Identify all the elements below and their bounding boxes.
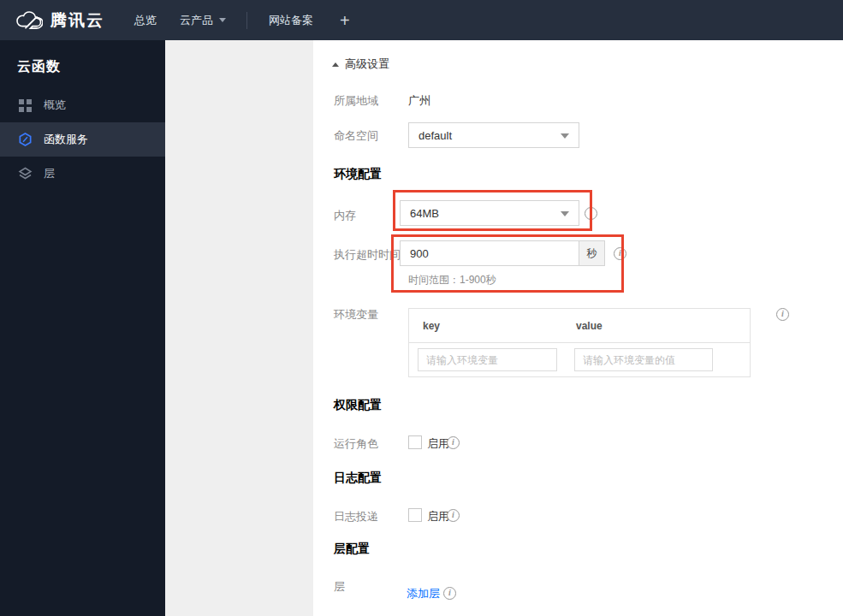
tencent-cloud-logo[interactable]: 腾讯云 xyxy=(15,9,104,32)
env-key-input[interactable] xyxy=(418,348,557,371)
timeout-label: 执行超时时间 xyxy=(334,247,401,263)
env-vars-input-row xyxy=(409,343,750,376)
chevron-down-icon xyxy=(219,18,226,22)
cloud-logo-icon xyxy=(15,11,43,30)
timeout-unit-addon[interactable]: 秒 xyxy=(579,240,605,266)
section-log-config: 日志配置 xyxy=(334,471,382,486)
log-delivery-info-icon[interactable]: i xyxy=(447,509,460,522)
env-vars-info-icon[interactable]: i xyxy=(776,308,789,321)
nav-divider xyxy=(246,12,247,29)
log-delivery-label: 日志投递 xyxy=(334,509,378,524)
sidebar-item-label: 概览 xyxy=(44,98,66,113)
advanced-settings-toggle[interactable]: 高级设置 xyxy=(332,56,389,72)
namespace-label: 命名空间 xyxy=(334,128,378,144)
function-config-panel: 高级设置 所属地域 广州 命名空间 default 环境配置 内存 64MB i… xyxy=(313,40,843,616)
region-value: 广州 xyxy=(408,93,430,109)
section-env-config: 环境配置 xyxy=(334,167,382,182)
sidebar: 云函数 概览 函数服务 层 xyxy=(0,40,165,616)
memory-selected-value: 64MB xyxy=(410,207,439,220)
nav-item-icp-filing[interactable]: 网站备案 xyxy=(269,13,313,28)
region-label: 所属地域 xyxy=(334,93,378,109)
layer-info-icon[interactable]: i xyxy=(443,587,456,600)
sidebar-item-overview[interactable]: 概览 xyxy=(0,88,165,122)
top-nav: 腾讯云 总览 云产品 网站备案 + xyxy=(0,0,843,40)
add-layer-link[interactable]: 添加层 xyxy=(407,586,440,601)
timeout-info-icon[interactable]: i xyxy=(614,247,626,260)
nav-item-overview[interactable]: 总览 xyxy=(134,13,157,28)
select-caret-icon xyxy=(561,133,569,139)
memory-info-icon[interactable]: i xyxy=(585,207,597,220)
timeout-input[interactable] xyxy=(400,240,579,266)
log-delivery-enable-label: 启用 xyxy=(427,509,449,524)
run-role-info-icon[interactable]: i xyxy=(447,436,460,449)
run-role-checkbox[interactable] xyxy=(408,435,422,449)
grid-icon xyxy=(18,98,33,113)
section-layer-config: 层配置 xyxy=(334,542,370,557)
nav-item-cloud-products[interactable]: 云产品 xyxy=(180,13,226,28)
env-key-header: key xyxy=(423,320,576,332)
sidebar-item-label: 函数服务 xyxy=(44,132,88,147)
env-vars-header-row: key value xyxy=(409,309,750,343)
sidebar-item-function-service[interactable]: 函数服务 xyxy=(0,122,165,157)
memory-select[interactable]: 64MB xyxy=(400,200,579,226)
timeout-range-hint: 时间范围：1-900秒 xyxy=(408,273,496,287)
collapse-arrow-icon xyxy=(332,62,339,67)
env-vars-label: 环境变量 xyxy=(334,307,378,323)
nav-item-cloud-products-label: 云产品 xyxy=(180,13,213,28)
select-caret-icon xyxy=(561,211,569,216)
brand-name: 腾讯云 xyxy=(50,9,104,32)
advanced-settings-label: 高级设置 xyxy=(345,56,389,72)
function-icon xyxy=(18,133,33,147)
memory-label: 内存 xyxy=(334,208,356,223)
layer-label: 层 xyxy=(334,579,345,595)
namespace-selected-value: default xyxy=(419,129,452,142)
layers-icon xyxy=(18,167,33,181)
env-value-input[interactable] xyxy=(574,348,713,371)
env-vars-table: key value xyxy=(408,308,751,377)
log-delivery-checkbox[interactable] xyxy=(408,508,422,522)
sidebar-item-layers[interactable]: 层 xyxy=(0,157,165,191)
section-perm-config: 权限配置 xyxy=(334,398,382,413)
run-role-label: 运行角色 xyxy=(334,436,378,452)
content-backdrop xyxy=(165,40,313,616)
run-role-enable-label: 启用 xyxy=(427,436,449,452)
sidebar-item-label: 层 xyxy=(44,166,55,181)
sidebar-product-title: 云函数 xyxy=(0,40,165,76)
namespace-select[interactable]: default xyxy=(408,122,579,148)
env-value-header: value xyxy=(576,320,603,332)
add-nav-shortcut-button[interactable]: + xyxy=(340,12,350,29)
